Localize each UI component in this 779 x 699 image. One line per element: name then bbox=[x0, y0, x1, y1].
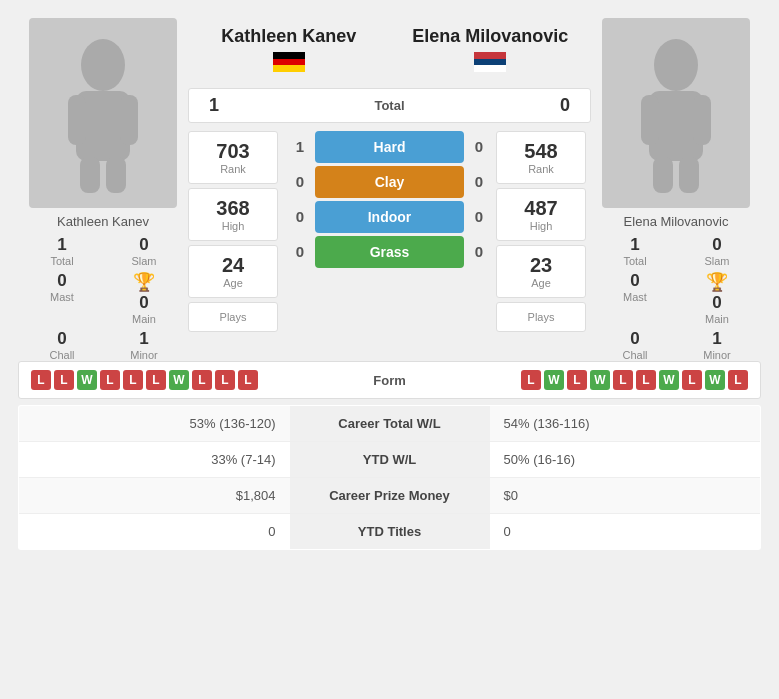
win-badge: W bbox=[169, 370, 189, 390]
right-high-value: 487 bbox=[524, 197, 557, 220]
svg-point-12 bbox=[654, 39, 698, 91]
win-badge: W bbox=[705, 370, 725, 390]
loss-badge: L bbox=[521, 370, 541, 390]
hard-score-left: 1 bbox=[289, 138, 311, 155]
left-plays-card: Plays bbox=[188, 302, 278, 332]
stats-row: $1,804 Career Prize Money $0 bbox=[19, 478, 761, 514]
left-stats-grid: 1 Total 0 Slam 0 Mast 🏆 0 Main 0 bbox=[18, 235, 188, 361]
right-minor-label: Minor bbox=[703, 349, 731, 361]
total-score-left: 1 bbox=[199, 95, 229, 116]
left-high-label: High bbox=[222, 220, 245, 232]
left-detail-cards: 703 Rank 368 High 24 Age Plays bbox=[188, 131, 283, 332]
left-rank-label: Rank bbox=[220, 163, 246, 175]
right-detail-cards: 548 Rank 487 High 23 Age Plays bbox=[496, 131, 591, 332]
left-high-value: 368 bbox=[216, 197, 249, 220]
left-player-photo bbox=[29, 18, 177, 208]
right-total-label: Total bbox=[623, 255, 646, 267]
right-trophy-main-cell: 🏆 0 Main bbox=[681, 271, 753, 325]
stat-label: Career Total W/L bbox=[290, 406, 490, 442]
right-plays-label: Plays bbox=[528, 311, 555, 323]
left-plays-label: Plays bbox=[220, 311, 247, 323]
left-chall-wins: 0 bbox=[57, 329, 66, 349]
right-form-badges: LWLWLLWLWL bbox=[430, 370, 749, 390]
right-rank-label: Rank bbox=[528, 163, 554, 175]
center-area: Kathleen Kanev Elena Milovanovic bbox=[188, 18, 591, 361]
left-center-name: Kathleen Kanev bbox=[188, 18, 390, 52]
svg-rect-4 bbox=[80, 157, 100, 193]
right-chall-label: Chall bbox=[622, 349, 647, 361]
left-high-card: 368 High bbox=[188, 188, 278, 241]
left-mast-cell: 0 Mast bbox=[26, 271, 98, 325]
stats-row: 53% (136-120) Career Total W/L 54% (136-… bbox=[19, 406, 761, 442]
left-age-label: Age bbox=[223, 277, 243, 289]
right-main-label: Main bbox=[705, 313, 729, 325]
stat-cards-row: 703 Rank 368 High 24 Age Plays bbox=[188, 131, 591, 332]
total-row: 1 Total 0 bbox=[188, 88, 591, 123]
left-rank-card: 703 Rank bbox=[188, 131, 278, 184]
left-trophy-main-cell: 🏆 0 Main bbox=[108, 271, 180, 325]
right-stat-value: 50% (16-16) bbox=[490, 442, 761, 478]
left-minor-label: Minor bbox=[130, 349, 158, 361]
win-badge: W bbox=[77, 370, 97, 390]
right-player-photo bbox=[602, 18, 750, 208]
total-label: Total bbox=[374, 98, 404, 113]
names-row: Kathleen Kanev Elena Milovanovic bbox=[188, 18, 591, 80]
right-player-card: Elena Milovanovic 1 Total 0 Slam 0 Mast … bbox=[591, 18, 761, 361]
grass-row: 0 Grass 0 bbox=[289, 236, 490, 268]
svg-rect-9 bbox=[474, 52, 506, 59]
svg-rect-5 bbox=[106, 157, 126, 193]
left-main-wins: 0 bbox=[139, 293, 148, 313]
grass-label: Grass bbox=[370, 244, 410, 260]
svg-rect-3 bbox=[120, 95, 138, 145]
right-chall-wins: 0 bbox=[630, 329, 639, 349]
stat-label: YTD W/L bbox=[290, 442, 490, 478]
right-age-label: Age bbox=[531, 277, 551, 289]
left-stat-value: $1,804 bbox=[19, 478, 290, 514]
svg-rect-16 bbox=[653, 157, 673, 193]
left-total-wins: 1 bbox=[57, 235, 66, 255]
left-player-name: Kathleen Kanev bbox=[57, 214, 149, 229]
left-stat-value: 33% (7-14) bbox=[19, 442, 290, 478]
loss-badge: L bbox=[636, 370, 656, 390]
left-flag-container bbox=[188, 52, 390, 72]
right-slam-cell: 0 Slam bbox=[681, 235, 753, 267]
left-rank-value: 703 bbox=[216, 140, 249, 163]
left-mast-wins: 0 bbox=[57, 271, 66, 291]
full-stats-section: LLWLLLWLLL Form LWLWLLWLWL 53% (136-120)… bbox=[10, 361, 769, 558]
clay-row: 0 Clay 0 bbox=[289, 166, 490, 198]
loss-badge: L bbox=[54, 370, 74, 390]
right-stat-value: 54% (136-116) bbox=[490, 406, 761, 442]
left-trophy-icon: 🏆 bbox=[133, 271, 155, 293]
right-center-name: Elena Milovanovic bbox=[390, 18, 592, 52]
svg-rect-14 bbox=[641, 95, 659, 145]
loss-badge: L bbox=[31, 370, 51, 390]
loss-badge: L bbox=[728, 370, 748, 390]
left-slam-cell: 0 Slam bbox=[108, 235, 180, 267]
right-plays-card: Plays bbox=[496, 302, 586, 332]
left-player-info: Kathleen Kanev bbox=[188, 18, 390, 80]
left-age-card: 24 Age bbox=[188, 245, 278, 298]
hard-score-right: 0 bbox=[468, 138, 490, 155]
right-high-card: 487 High bbox=[496, 188, 586, 241]
form-label: Form bbox=[350, 373, 430, 388]
indoor-badge: Indoor bbox=[315, 201, 464, 233]
svg-rect-15 bbox=[693, 95, 711, 145]
form-section: LLWLLLWLLL Form LWLWLLWLWL bbox=[18, 361, 761, 399]
stats-row: 33% (7-14) YTD W/L 50% (16-16) bbox=[19, 442, 761, 478]
left-flag-icon bbox=[273, 52, 305, 72]
right-mast-wins: 0 bbox=[630, 271, 639, 291]
surface-col: 1 Hard 0 0 Clay 0 0 bbox=[289, 131, 490, 332]
left-player-card: Kathleen Kanev 1 Total 0 Slam 0 Mast 🏆 bbox=[18, 18, 188, 361]
right-trophy-icon: 🏆 bbox=[706, 271, 728, 293]
hard-label: Hard bbox=[374, 139, 406, 155]
svg-point-0 bbox=[81, 39, 125, 91]
right-total-cell: 1 Total bbox=[599, 235, 671, 267]
career-stats-table: 53% (136-120) Career Total W/L 54% (136-… bbox=[18, 405, 761, 550]
right-age-value: 23 bbox=[530, 254, 552, 277]
svg-rect-11 bbox=[474, 65, 506, 72]
right-minor-wins: 1 bbox=[712, 329, 721, 349]
loss-badge: L bbox=[100, 370, 120, 390]
right-flag-icon bbox=[474, 52, 506, 72]
left-total-cell: 1 Total bbox=[26, 235, 98, 267]
right-player-silhouette bbox=[631, 33, 721, 193]
